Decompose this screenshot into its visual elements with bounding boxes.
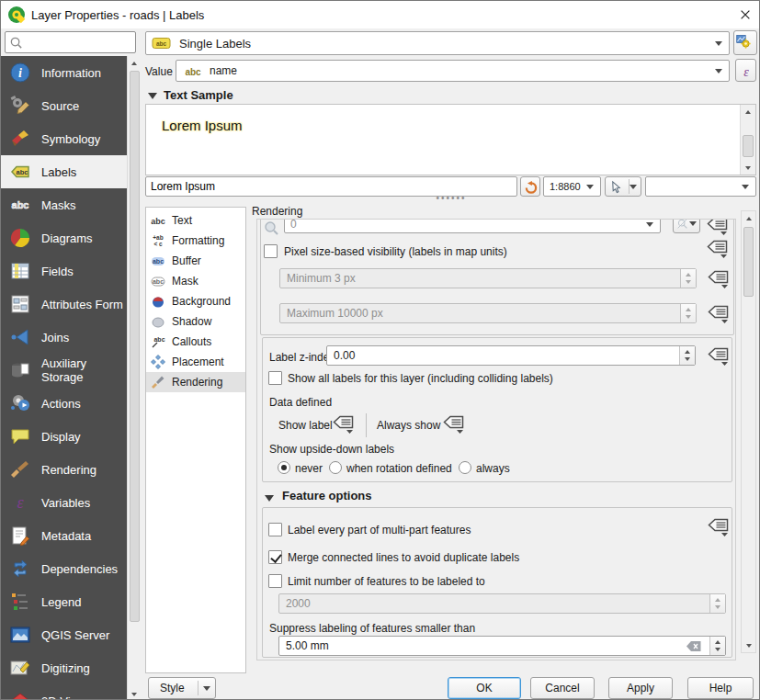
scroll-down-icon[interactable] [742, 638, 755, 652]
data-defined-icon[interactable] [708, 270, 730, 288]
scroll-up-icon[interactable] [128, 56, 141, 70]
tab-rendering[interactable]: Rendering [146, 372, 245, 392]
sidebar-item-variables[interactable]: εVariables [1, 486, 127, 519]
sidebar-item-label: Fields [41, 265, 74, 278]
collapse-triangle-icon[interactable] [265, 495, 274, 502]
data-defined-icon[interactable] [708, 518, 730, 536]
tab-formatting[interactable]: +ab< cFormatting [146, 231, 245, 251]
min-pixel-size-spinner[interactable]: Minimum 3 px [279, 268, 697, 288]
sidebar-item-diagrams[interactable]: Diagrams [1, 221, 127, 254]
data-defined-icon[interactable] [707, 240, 729, 258]
always-show-label: Always show [377, 419, 440, 432]
cancel-button[interactable]: Cancel [530, 677, 595, 699]
minimum-scale-select[interactable]: 0 [284, 219, 661, 233]
close-icon[interactable] [735, 5, 755, 25]
max-pixel-size-spinner[interactable]: Maximum 10000 px [279, 303, 697, 323]
style-button[interactable]: Style [148, 677, 216, 699]
data-defined-icon[interactable] [708, 347, 730, 366]
sidebar-item-dependencies[interactable]: Dependencies [1, 552, 127, 585]
merge-connected-lines-checkbox[interactable] [268, 550, 282, 564]
tab-placement[interactable]: Placement [146, 352, 245, 372]
scroll-down-icon[interactable] [741, 161, 755, 175]
z-index-spinner[interactable]: 0.00 [326, 345, 696, 366]
cancel-button-label: Cancel [545, 682, 579, 694]
data-defined-icon[interactable] [333, 415, 355, 434]
spinner-arrows[interactable] [709, 637, 725, 655]
search-input[interactable] [23, 36, 131, 49]
suppress-size-spinner[interactable]: 5.00 mm [278, 636, 726, 656]
rendering-scrollbar[interactable] [741, 210, 756, 653]
scroll-up-icon[interactable] [741, 105, 755, 119]
scroll-up-icon[interactable] [742, 211, 755, 225]
radio-always[interactable] [459, 461, 471, 474]
display-icon [9, 425, 31, 447]
radio-always-label: always [476, 462, 510, 475]
clear-value-icon[interactable] [686, 640, 703, 652]
tab-mask[interactable]: abcMask [146, 271, 245, 291]
help-button[interactable]: Help [687, 677, 754, 699]
scrollbar-thumb[interactable] [743, 135, 754, 157]
set-to-canvas-scale-button[interactable] [673, 219, 700, 233]
spinner-arrows[interactable] [709, 594, 725, 613]
tab-label: Placement [172, 356, 224, 368]
sidebar-item-symbology[interactable]: Symbology [1, 122, 127, 155]
limit-features-checkbox[interactable] [268, 574, 282, 588]
sidebar-item-source[interactable]: Source [1, 89, 127, 122]
tab-background[interactable]: Background [146, 291, 245, 311]
ok-button[interactable]: OK [448, 677, 521, 699]
sidebar-item-auxiliary-storage[interactable]: Auxiliary Storage [1, 354, 127, 387]
sidebar-item-fields[interactable]: Fields [1, 254, 127, 288]
text-field-type-icon: abc [182, 65, 204, 77]
map-canvas-scale-button[interactable] [605, 176, 641, 197]
rendering-tab-icon [151, 375, 165, 390]
spinner-arrows[interactable] [680, 304, 696, 322]
sidebar-item-information[interactable]: iInformation [1, 56, 127, 89]
scroll-down-icon[interactable] [128, 687, 141, 700]
sidebar-item-qgis-server[interactable]: QGIS Server [1, 618, 127, 651]
tab-text[interactable]: abcText [146, 210, 245, 231]
data-defined-icon[interactable] [707, 219, 729, 235]
sidebar-scrollbar[interactable] [127, 56, 141, 700]
preview-scale-select[interactable]: 1:8860 [543, 176, 601, 197]
tab-callouts[interactable]: abcCallouts [146, 332, 245, 352]
value-field-select[interactable]: abc name [176, 60, 730, 82]
apply-button[interactable]: Apply [608, 677, 673, 699]
source-icon [9, 95, 31, 117]
radio-when-rotation-defined[interactable] [329, 461, 342, 474]
sample-scrollbar[interactable] [740, 105, 755, 175]
limit-features-spinner[interactable]: 2000 [278, 593, 726, 614]
tab-shadow[interactable]: Shadow [146, 311, 245, 332]
sidebar-item-attributes-form[interactable]: Attributes Form [1, 288, 127, 321]
preview-background-select[interactable] [645, 176, 756, 197]
sidebar-item-metadata[interactable]: Metadata [1, 519, 127, 552]
data-defined-icon[interactable] [708, 305, 730, 323]
sidebar-item-legend[interactable]: Legend [1, 585, 127, 618]
reset-sample-button[interactable] [520, 176, 540, 197]
label-mode-select[interactable]: abc Single Labels [145, 31, 730, 55]
automated-placement-button[interactable] [733, 30, 757, 55]
spinner-arrows[interactable] [680, 269, 696, 288]
show-all-labels-checkbox[interactable] [268, 371, 282, 385]
sidebar-item-digitizing[interactable]: Digitizing [1, 651, 127, 684]
sidebar-item-display[interactable]: Display [1, 420, 127, 453]
sidebar-item-rendering[interactable]: Rendering [1, 453, 127, 486]
sidebar-item-labels[interactable]: abcLabels [1, 155, 127, 188]
radio-never[interactable] [278, 461, 290, 474]
sidebar-item-3d-view[interactable]: 3D View [1, 684, 127, 700]
sidebar-item-joins[interactable]: Joins [1, 321, 127, 354]
pixel-visibility-checkbox[interactable] [264, 244, 278, 258]
data-defined-icon[interactable] [443, 415, 465, 434]
digitizing-icon [9, 657, 31, 679]
sidebar-item-masks[interactable]: abcMasks [1, 188, 127, 221]
labels-icon: abc [9, 161, 31, 183]
sidebar-item-actions[interactable]: Actions [1, 387, 127, 420]
expression-builder-button[interactable]: ε [735, 59, 756, 82]
background-tab-icon [151, 294, 165, 309]
scrollbar-thumb[interactable] [130, 71, 140, 622]
collapse-triangle-icon[interactable] [148, 93, 157, 99]
spinner-arrows[interactable] [679, 346, 695, 365]
splitter-handle[interactable]: •••••• [414, 193, 488, 203]
label-every-part-checkbox[interactable] [268, 523, 282, 536]
tab-buffer[interactable]: abcBuffer [146, 251, 245, 271]
scrollbar-thumb[interactable] [743, 227, 754, 297]
